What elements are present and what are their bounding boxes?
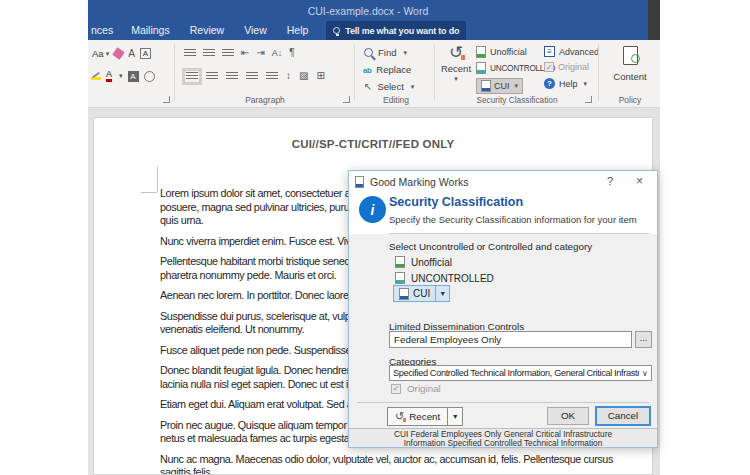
justify-icon[interactable]	[246, 72, 258, 81]
dialog-header: i Security Classification Specify the Se…	[349, 193, 657, 234]
change-case-button[interactable]: Aa▾	[92, 48, 109, 59]
chevron-down-icon: ▾	[584, 80, 588, 88]
multilevel-list-icon[interactable]	[222, 49, 234, 58]
ribbon-tab-bar: nces Mailings Review View Help Tell me w…	[88, 21, 466, 40]
cui-button-ribbon[interactable]: CUI ▾	[476, 78, 523, 94]
find-button[interactable]: Find ▾	[364, 47, 407, 58]
numbered-list-icon[interactable]	[203, 49, 215, 58]
cancel-button[interactable]: Cancel	[595, 406, 651, 426]
cui-doc-icon	[399, 288, 409, 300]
dialog-header-subtitle: Specify the Security Classification info…	[389, 214, 637, 225]
unofficial-label: Unofficial	[490, 47, 527, 57]
line-spacing-icon[interactable]: ↕	[286, 71, 291, 81]
ldc-input[interactable]: Federal Employees Only	[389, 331, 632, 348]
recent-label: Recent	[439, 63, 473, 74]
replace-label: Replace	[376, 64, 411, 75]
distribute-icon[interactable]	[266, 72, 278, 81]
editing-group: Find ▾ Replace Select ▾ Editing	[358, 40, 434, 108]
original-checkbox-ribbon: Original	[544, 62, 589, 72]
help-button-ribbon[interactable]: ? Help ▾	[544, 78, 587, 89]
ok-button[interactable]: OK	[547, 407, 589, 425]
advanced-label: Advanced	[559, 47, 599, 57]
font-color-button[interactable]: A	[106, 70, 112, 82]
dialog-title: Good Marking Works	[370, 176, 468, 188]
original-label: Original	[558, 62, 589, 72]
content-button[interactable]: Content	[600, 46, 660, 82]
paragraph-dialog-launcher[interactable]	[343, 96, 350, 103]
margin-crop-mark	[141, 192, 157, 193]
align-left-icon[interactable]	[186, 72, 198, 81]
recent-button-label: Recent	[409, 411, 440, 422]
decrease-indent-icon[interactable]: ⇤	[241, 48, 249, 58]
pilcrow-icon[interactable]: ¶	[289, 48, 294, 58]
recent-dropdown-arrow[interactable]: ▼	[447, 408, 462, 425]
chevron-down-icon: ∨	[639, 369, 651, 378]
recent-history-icon: ↺	[449, 44, 463, 61]
cui-classification-banner: CUI//SP-CTI/CRIT//FED ONLY	[94, 138, 652, 150]
cui-dropdown-arrow[interactable]: ▼	[435, 286, 449, 301]
checkbox-checked-icon	[391, 384, 401, 394]
close-icon[interactable]: ×	[636, 174, 643, 188]
tab-help[interactable]: Help	[277, 21, 319, 40]
option-unofficial-label: Unofficial	[411, 257, 452, 268]
recent-split-button[interactable]: ↺ Recent ▾	[439, 44, 473, 83]
enclose-characters-button[interactable]	[144, 71, 155, 82]
security-dialog-launcher[interactable]	[585, 96, 592, 103]
increase-indent-icon[interactable]: ⇥	[256, 48, 264, 58]
dialog-help-button[interactable]: ?	[607, 175, 613, 187]
option-uncontrolled[interactable]: UNCONTROLLED	[395, 271, 494, 285]
chevron-down-icon: ▾	[106, 50, 110, 58]
advanced-button[interactable]: Advanced	[544, 46, 599, 57]
sort-icon[interactable]: A↓	[272, 49, 283, 58]
replace-button[interactable]: Replace	[363, 64, 411, 75]
phonetic-guide-button[interactable]: A	[128, 49, 135, 59]
dialog-footer-marking: CUI Federal Employees Only General Criti…	[349, 428, 657, 447]
recent-history-icon: ↺	[395, 411, 404, 422]
unofficial-doc-icon	[476, 46, 486, 58]
option-unofficial[interactable]: Unofficial	[395, 255, 452, 269]
character-shading-button[interactable]: A	[128, 71, 139, 82]
good-marking-works-dialog: Good Marking Works ? × i Security Classi…	[348, 170, 658, 448]
option-cui-label: CUI	[413, 288, 430, 299]
align-right-icon[interactable]	[226, 72, 238, 81]
group-divider	[354, 44, 355, 101]
align-center-icon[interactable]	[206, 72, 218, 81]
tab-mailings[interactable]: Mailings	[121, 21, 180, 40]
original-checkbox: Original	[391, 383, 441, 394]
original-checkbox-label: Original	[407, 383, 441, 394]
option-cui-selected[interactable]: CUI ▼	[393, 285, 450, 302]
margin-crop-mark	[157, 166, 158, 192]
help-icon: ?	[544, 78, 555, 89]
select-category-label: Select Uncontrolled or Controlled and ca…	[389, 241, 592, 252]
title-bar: CUI-example.docx - Word nces Mailings Re…	[88, 0, 648, 40]
select-label: Select	[377, 81, 403, 92]
ldc-browse-button[interactable]: ...	[635, 331, 652, 348]
select-button[interactable]: Select ▾	[364, 81, 414, 92]
window-edge-strip	[648, 0, 660, 43]
recent-split-button-dialog[interactable]: ↺ Recent ▼	[387, 407, 463, 426]
font-dialog-launcher[interactable]	[163, 96, 170, 103]
checkbox-checked-icon	[544, 62, 554, 72]
tell-me-label: Tell me what you want to do	[345, 26, 459, 36]
tell-me-box[interactable]: Tell me what you want to do	[326, 21, 466, 40]
paragraph-group-label: Paragraph	[176, 95, 354, 105]
format-brush-icon[interactable]	[112, 47, 125, 60]
unofficial-button[interactable]: Unofficial	[476, 46, 527, 58]
highlight-color-button[interactable]	[91, 72, 101, 80]
tab-review[interactable]: Review	[180, 21, 234, 40]
chevron-down-icon: ▾	[439, 75, 473, 83]
group-divider	[434, 44, 435, 101]
character-border-button[interactable]: A	[140, 48, 151, 59]
tab-references-partial[interactable]: nces	[88, 21, 121, 40]
info-icon: i	[359, 196, 386, 223]
tab-view[interactable]: View	[234, 21, 277, 40]
uncontrolled-doc-icon	[395, 272, 405, 284]
shading-icon[interactable]: ▨	[299, 71, 308, 81]
chevron-down-icon[interactable]: ▾	[119, 72, 123, 80]
bullet-list-icon[interactable]	[184, 49, 196, 58]
chevron-down-icon: ▾	[403, 49, 407, 57]
categories-dropdown[interactable]: Specified Controlled Technical Informati…	[389, 365, 652, 381]
paragraph: Nunc ac magna. Maecenas odio dolor, vulp…	[160, 453, 646, 475]
borders-icon[interactable]: ⊞	[316, 71, 324, 81]
dialog-title-bar[interactable]: Good Marking Works ? ×	[349, 171, 657, 193]
